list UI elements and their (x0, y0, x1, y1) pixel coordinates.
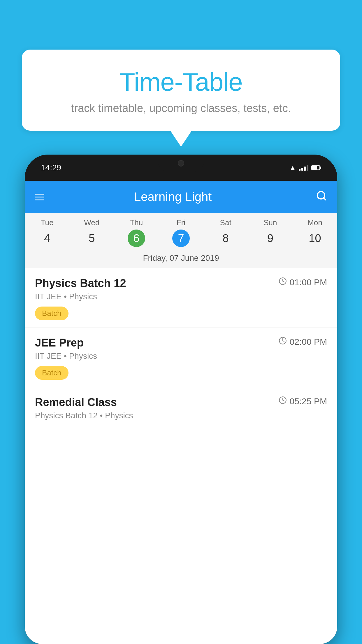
schedule-item-subtitle: Physics Batch 12 • Physics (35, 411, 327, 420)
schedule-item-subtitle: IIT JEE • Physics (35, 292, 327, 301)
day-number: 6 (128, 230, 145, 247)
phone-frame: 14:29 ▲ (25, 155, 337, 644)
day-name: Sun (263, 218, 277, 227)
clock-icon (279, 337, 287, 347)
schedule-item-title: Physics Batch 12 (35, 277, 126, 290)
svg-line-1 (324, 198, 326, 200)
schedule-item-header: JEE Prep02:00 PM (35, 337, 327, 349)
batch-badge: Batch (35, 366, 68, 380)
day-name: Fri (177, 218, 185, 227)
app-header: Learning Light (25, 181, 337, 213)
schedule-list: Physics Batch 1201:00 PMIIT JEE • Physic… (25, 268, 337, 433)
batch-badge: Batch (35, 307, 68, 320)
time-text: 05:25 PM (290, 396, 327, 406)
schedule-item-time: 02:00 PM (279, 337, 327, 347)
schedule-item[interactable]: Remedial Class05:25 PMPhysics Batch 12 •… (25, 387, 337, 433)
day-number: 10 (306, 230, 324, 247)
day-number: 4 (38, 230, 56, 247)
calendar-section: Tue4Wed5Thu6Fri7Sat8Sun9Mon10 Friday, 07… (25, 213, 337, 268)
status-icons: ▲ (289, 164, 321, 172)
day-number: 8 (217, 230, 234, 247)
day-number: 9 (261, 230, 279, 247)
signal-icon (299, 165, 308, 171)
day-col-mon[interactable]: Mon10 (293, 218, 337, 247)
status-bar: 14:29 ▲ (25, 155, 337, 181)
day-name: Thu (130, 218, 143, 227)
schedule-item-header: Remedial Class05:25 PM (35, 396, 327, 409)
day-name: Wed (84, 218, 99, 227)
phone-content: Learning Light Tue4Wed5Thu6Fri7Sat8Sun9M… (25, 181, 337, 644)
app-title: Learning Light (53, 190, 293, 204)
bubble-subtitle: track timetable, upcoming classes, tests… (36, 102, 326, 115)
day-number: 5 (83, 230, 101, 247)
bubble-title: Time-Table (36, 67, 326, 97)
wifi-icon: ▲ (289, 164, 296, 172)
day-number: 7 (172, 230, 190, 247)
phone-notch (158, 155, 204, 172)
schedule-item[interactable]: Physics Batch 1201:00 PMIIT JEE • Physic… (25, 268, 337, 328)
status-time: 14:29 (41, 163, 61, 172)
day-col-sun[interactable]: Sun9 (248, 218, 293, 247)
schedule-item-time: 05:25 PM (279, 396, 327, 406)
date-label: Friday, 07 June 2019 (25, 249, 337, 268)
day-col-sat[interactable]: Sat8 (203, 218, 248, 247)
day-name: Mon (307, 218, 322, 227)
schedule-item-title: JEE Prep (35, 337, 84, 349)
day-name: Sat (220, 218, 231, 227)
battery-icon (311, 165, 321, 170)
schedule-item-subtitle: IIT JEE • Physics (35, 351, 327, 361)
camera (178, 160, 184, 167)
day-col-wed[interactable]: Wed5 (69, 218, 114, 247)
search-icon[interactable] (316, 190, 327, 204)
clock-icon (279, 396, 287, 406)
speech-bubble: Time-Table track timetable, upcoming cla… (22, 50, 340, 131)
day-name: Tue (41, 218, 54, 227)
schedule-item-time: 01:00 PM (279, 277, 327, 287)
schedule-item-header: Physics Batch 1201:00 PM (35, 277, 327, 290)
schedule-item-title: Remedial Class (35, 396, 117, 409)
time-text: 01:00 PM (290, 277, 327, 287)
schedule-item[interactable]: JEE Prep02:00 PMIIT JEE • PhysicsBatch (25, 328, 337, 387)
clock-icon (279, 277, 287, 287)
day-col-tue[interactable]: Tue4 (25, 218, 69, 247)
time-text: 02:00 PM (290, 337, 327, 347)
day-col-fri[interactable]: Fri7 (159, 218, 203, 247)
day-col-thu[interactable]: Thu6 (114, 218, 159, 247)
week-days: Tue4Wed5Thu6Fri7Sat8Sun9Mon10 (25, 213, 337, 249)
menu-button[interactable] (35, 194, 44, 200)
